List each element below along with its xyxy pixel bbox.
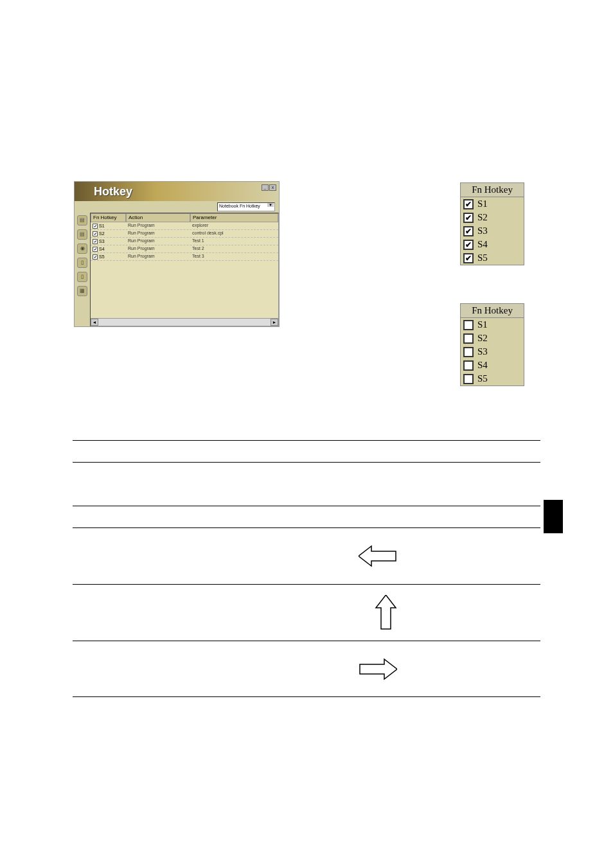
window-title: Hotkey (94, 185, 132, 199)
sidebar-icon-6[interactable]: ▦ (77, 286, 87, 296)
fn-label: S3 (476, 346, 489, 357)
list-item[interactable]: S2 (461, 332, 524, 345)
sidebar-icon-5[interactable]: ▯ (77, 272, 87, 282)
row-action: Run Program (126, 253, 190, 260)
checkbox-icon[interactable]: ✔ (463, 240, 474, 250)
checkbox-icon[interactable]: ✔ (93, 224, 98, 229)
list-item[interactable]: ✔S3 (461, 224, 524, 238)
minimize-button[interactable]: _ (262, 184, 269, 191)
list-item[interactable]: ✔S2 (461, 211, 524, 224)
table-row[interactable]: ✔S2 Run Program control desk.cpl (91, 230, 278, 238)
list-item[interactable]: S4 (461, 359, 524, 372)
checkbox-icon[interactable] (463, 374, 474, 384)
list-item[interactable]: S5 (461, 372, 524, 385)
checkbox-icon[interactable]: ✔ (463, 213, 474, 223)
list-item[interactable]: ✔S1 (461, 197, 524, 211)
row-fn: S4 (99, 247, 105, 251)
checkbox-icon[interactable]: ✔ (93, 239, 98, 244)
fn-label: S2 (476, 212, 489, 223)
fn-hotkey-panel-checked: Fn Hotkey ✔S1 ✔S2 ✔S3 ✔S4 ✔S5 (460, 182, 524, 265)
arrow-left-icon (359, 545, 397, 567)
col-header-parameter[interactable]: Parameter (190, 213, 278, 222)
list-item[interactable]: S3 (461, 345, 524, 359)
table-row (73, 584, 540, 641)
fn-label: S1 (476, 199, 489, 209)
row-action: Run Program (126, 245, 190, 252)
fn-label: S4 (476, 239, 489, 250)
description-table (73, 440, 540, 697)
sidebar-icon-2[interactable]: ▤ (77, 229, 87, 240)
horizontal-scrollbar[interactable]: ◄ ► (91, 318, 278, 326)
table-row[interactable]: ✔S1 Run Program explorer (91, 222, 278, 230)
list-item[interactable]: ✔S5 (461, 251, 524, 265)
checkbox-icon[interactable]: ✔ (463, 253, 474, 263)
hotkey-window: Hotkey _ X Notebook Fn Hotkey ▤ ▤ ◉ ▯ ▯ … (74, 181, 280, 327)
sidebar: ▤ ▤ ◉ ▯ ▯ ▦ (75, 213, 90, 326)
scroll-left-icon[interactable]: ◄ (91, 319, 98, 326)
row-fn: S3 (99, 239, 105, 244)
titlebar: Hotkey _ X (75, 182, 279, 201)
checkbox-icon[interactable] (463, 320, 474, 330)
checkbox-icon[interactable]: ✔ (93, 247, 98, 252)
category-dropdown[interactable]: Notebook Fn Hotkey (217, 202, 275, 211)
checkbox-icon[interactable] (463, 333, 474, 344)
list-item[interactable]: S1 (461, 318, 524, 332)
row-param: Test 3 (190, 253, 278, 260)
row-param: explorer (190, 222, 278, 229)
arrow-right-icon (359, 658, 397, 680)
row-action: Run Program (126, 238, 190, 245)
fn-label: S2 (476, 333, 489, 344)
close-button[interactable]: X (269, 184, 276, 191)
sidebar-icon-3[interactable]: ◉ (77, 244, 87, 254)
row-param: control desk.cpl (190, 230, 278, 237)
table-row[interactable]: ✔S4 Run Program Test 2 (91, 245, 278, 253)
col-header-fn[interactable]: Fn Hotkey (91, 213, 126, 222)
checkbox-icon[interactable] (463, 347, 474, 357)
row-fn: S2 (99, 231, 105, 236)
fn-hotkey-panel-unchecked: Fn Hotkey S1 S2 S3 S4 S5 (460, 303, 524, 386)
scroll-right-icon[interactable]: ► (271, 319, 278, 326)
sidebar-icon-4[interactable]: ▯ (77, 258, 87, 268)
arrow-up-icon (375, 595, 397, 630)
list-item[interactable]: ✔S4 (461, 238, 524, 251)
table-row (73, 527, 540, 584)
side-tab (544, 500, 563, 533)
fn-label: S5 (476, 373, 489, 384)
checkbox-icon[interactable] (463, 360, 474, 371)
checkbox-icon[interactable]: ✔ (463, 199, 474, 209)
fn-label: S3 (476, 226, 489, 236)
sidebar-icon-1[interactable]: ▤ (77, 215, 87, 226)
table-row[interactable]: ✔S3 Run Program Test 1 (91, 238, 278, 245)
row-action: Run Program (126, 230, 190, 237)
checkbox-icon[interactable]: ✔ (93, 231, 98, 236)
fn-panel-header: Fn Hotkey (461, 183, 524, 197)
checkbox-icon[interactable]: ✔ (463, 226, 474, 236)
fn-label: S4 (476, 360, 489, 371)
row-action: Run Program (126, 222, 190, 229)
col-header-action[interactable]: Action (126, 213, 190, 222)
fn-label: S5 (476, 252, 489, 263)
row-fn: S5 (99, 254, 105, 259)
row-param: Test 2 (190, 245, 278, 252)
table-row (73, 641, 540, 697)
checkbox-icon[interactable]: ✔ (93, 254, 98, 260)
hotkey-list: Fn Hotkey Action Parameter ✔S1 Run Progr… (90, 213, 279, 326)
row-param: Test 1 (190, 238, 278, 245)
table-row (73, 506, 540, 527)
fn-label: S1 (476, 319, 489, 330)
fn-panel-header: Fn Hotkey (461, 304, 524, 318)
row-fn: S1 (99, 224, 105, 228)
table-row (73, 440, 540, 462)
table-row[interactable]: ✔S5 Run Program Test 3 (91, 253, 278, 261)
table-row (73, 462, 540, 506)
